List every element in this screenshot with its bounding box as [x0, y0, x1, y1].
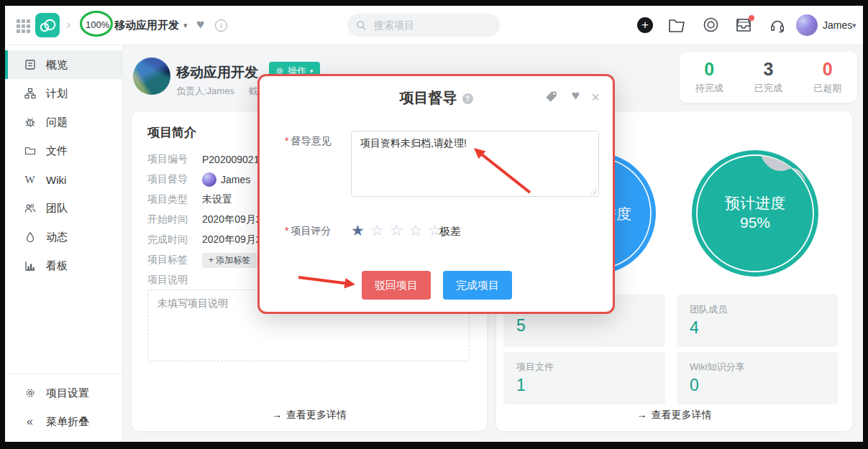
stat-overdue: 0 已超期 — [813, 60, 841, 95]
opinion-label: *督导意见 — [285, 135, 331, 148]
headset-icon[interactable] — [769, 17, 785, 33]
search-icon — [356, 20, 367, 31]
help-icon[interactable]: ? — [462, 93, 473, 104]
field-label: 项目标签 — [147, 254, 192, 267]
field-label: 项目督导 — [147, 173, 192, 186]
breadcrumb-chevron-icon: › — [66, 17, 70, 31]
user-name[interactable]: James — [823, 19, 852, 31]
field-label: 完成时间 — [147, 233, 192, 246]
field-project-number: 项目编号 P2020090216 — [147, 152, 265, 167]
sidebar-item-collapse-menu[interactable]: « 菜单折叠 — [5, 407, 122, 436]
info-icon[interactable]: i — [215, 19, 227, 32]
field-value: James — [221, 174, 250, 185]
sidebar-item-label: 概览 — [46, 58, 68, 72]
stat-label: 待完成 — [695, 82, 723, 95]
field-value: 2020年09月2 — [202, 213, 262, 226]
metric-value: 4 — [690, 318, 825, 338]
star-icon[interactable] — [370, 222, 384, 239]
plan-icon — [24, 88, 36, 100]
close-icon[interactable]: × — [591, 90, 600, 104]
star-icon[interactable] — [390, 222, 403, 239]
intro-more-link[interactable]: →查看更多详情 — [132, 409, 487, 422]
star-icon[interactable] — [408, 222, 422, 239]
sidebar-item-activity[interactable]: 动态 — [5, 223, 122, 251]
sidebar-item-label: Wiki — [46, 174, 66, 186]
sidebar-item-label: 团队 — [46, 202, 68, 216]
inbox-icon[interactable] — [734, 17, 753, 36]
opinion-label-text: 督导意见 — [291, 135, 331, 147]
search-input[interactable] — [373, 19, 490, 32]
search-box[interactable] — [347, 14, 500, 37]
metric-label: 项目文件 — [516, 361, 652, 374]
metric-value: 0 — [690, 376, 825, 395]
add-tag-button[interactable]: + 添加标签 — [202, 253, 257, 268]
stat-value: 3 — [754, 60, 782, 78]
sidebar-item-team[interactable]: 团队 — [5, 194, 122, 223]
arrow-right-icon: → — [272, 409, 282, 420]
rating-label-text: 项目评分 — [291, 225, 331, 236]
overview-more-link[interactable]: →查看更多详情 — [496, 409, 852, 422]
sidebar-item-wiki[interactable]: W Wiki — [5, 165, 122, 194]
rating-text: 极差 — [439, 225, 461, 239]
topbar-project-name[interactable]: 移动应用开发 — [114, 19, 179, 32]
required-asterisk: * — [285, 135, 288, 147]
sidebar-item-kanban[interactable]: 看板 — [5, 251, 122, 280]
topbar: › 100% 移动应用开发 ▾ ♥ i + James ▾ — [5, 6, 863, 45]
field-project-description: 项目说明 — [147, 272, 192, 288]
opinion-textarea[interactable]: 项目资料未归档,请处理! — [351, 131, 599, 197]
kanban-icon — [24, 260, 36, 272]
activity-icon — [24, 231, 36, 244]
cloud-logo[interactable] — [35, 13, 60, 37]
stat-value: 0 — [813, 60, 841, 78]
app-launcher-grid-icon[interactable] — [17, 19, 30, 33]
field-label: 项目编号 — [147, 153, 192, 166]
supervisor-avatar — [202, 172, 216, 187]
stat-completed: 3 已完成 — [754, 60, 782, 95]
user-menu-caret-icon[interactable]: ▾ — [852, 21, 856, 30]
create-plus-icon[interactable]: + — [637, 17, 653, 33]
sidebar-item-label: 项目设置 — [46, 386, 89, 400]
project-avatar — [133, 57, 170, 95]
sidebar-item-overview[interactable]: 概览 — [5, 50, 122, 79]
project-owner-line: 负责人:James 截 — [176, 85, 258, 98]
more-link-label: 查看更多详情 — [286, 409, 347, 420]
user-avatar[interactable] — [796, 14, 818, 36]
team-icon — [24, 203, 36, 215]
sidebar-item-issues[interactable]: 问题 — [5, 108, 122, 136]
sidebar-item-plan[interactable]: 计划 — [5, 79, 122, 108]
project-progress-badge: 100% — [86, 19, 109, 30]
stat-pending: 0 待完成 — [695, 60, 723, 95]
sidebar: 概览 计划 问题 文件 W Wiki 团队 — [5, 45, 123, 442]
partial-text: 截 — [249, 85, 258, 96]
collapse-icon: « — [24, 416, 36, 428]
expected-gauge-value: 95% — [725, 213, 785, 232]
tag-icon[interactable] — [544, 90, 558, 103]
help-ring-icon[interactable] — [703, 17, 719, 33]
sidebar-item-project-settings[interactable]: 项目设置 — [5, 379, 122, 407]
more-link-label: 查看更多详情 — [652, 409, 712, 420]
field-label: 开始时间 — [147, 213, 192, 226]
owner-label: 负责人:James — [176, 85, 234, 96]
screenshot-frame: › 100% 移动应用开发 ▾ ♥ i + James ▾ 概览 — [0, 0, 868, 449]
reject-project-button[interactable]: 驳回项目 — [362, 271, 431, 300]
star-icon[interactable] — [351, 222, 365, 239]
arrow-right-icon: → — [637, 409, 647, 420]
stat-value: 0 — [695, 60, 723, 78]
sidebar-item-files[interactable]: 文件 — [5, 136, 122, 165]
supervision-dialog: 项目督导? ♥ × *督导意见 项目资料未归档,请处理! *项目评分 极差 驳回… — [257, 74, 615, 314]
field-value: P2020090216 — [202, 154, 265, 165]
bug-icon — [24, 116, 36, 129]
stat-label: 已完成 — [754, 82, 782, 95]
project-switch-caret-icon[interactable]: ▾ — [183, 21, 188, 30]
dialog-title-text: 项目督导 — [400, 90, 457, 106]
complete-project-button[interactable]: 完成项目 — [443, 271, 512, 300]
rating-stars — [351, 222, 442, 239]
chevron-down-icon: ▾ — [310, 68, 314, 75]
heart-icon[interactable]: ♥ — [572, 88, 580, 102]
projects-folder-icon[interactable] — [668, 18, 685, 32]
metric-value: 1 — [516, 376, 652, 395]
description-placeholder: 未填写项目说明 — [157, 297, 228, 309]
favorite-heart-icon[interactable]: ♥ — [196, 17, 204, 31]
wiki-icon: W — [24, 174, 36, 186]
required-asterisk: * — [285, 225, 288, 236]
